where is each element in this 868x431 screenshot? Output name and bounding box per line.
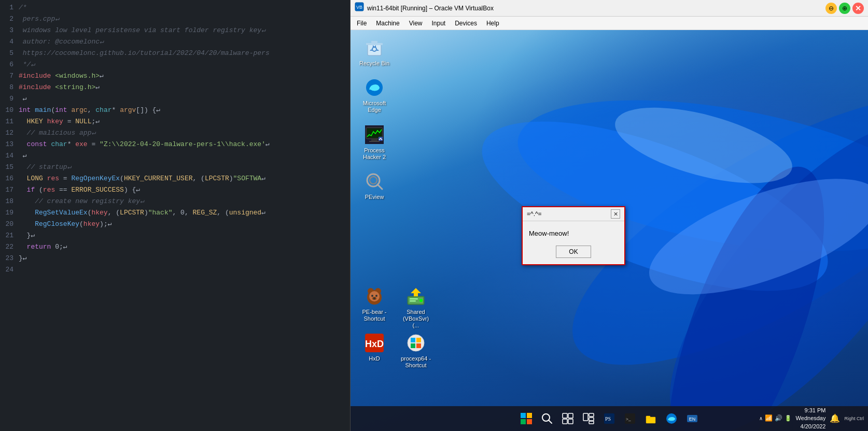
svg-marker-36 xyxy=(411,288,421,296)
win11-taskbar: PS >_ xyxy=(351,406,868,431)
menu-input[interactable]: Input xyxy=(428,19,450,28)
peview-icon[interactable]: PEview xyxy=(356,169,393,203)
pe-bear-icon[interactable]: PE-bear - Shortcut xyxy=(356,284,393,332)
code-line-7: 7 #include <windows.h>↵ xyxy=(0,70,350,82)
procexp64-label: procexp64 - Shortcut xyxy=(399,355,432,369)
svg-rect-44 xyxy=(521,413,526,418)
svg-rect-40 xyxy=(411,338,415,342)
file-explorer-button[interactable] xyxy=(641,409,660,428)
svg-rect-57 xyxy=(589,421,594,424)
svg-text:HxD: HxD xyxy=(365,339,384,349)
svg-rect-55 xyxy=(589,413,594,416)
search-button[interactable] xyxy=(538,409,556,428)
menu-view[interactable]: View xyxy=(405,19,427,28)
svg-rect-47 xyxy=(527,419,532,424)
vbox-icon: VB xyxy=(355,2,364,14)
dialog-ok-button[interactable]: OK xyxy=(556,246,591,258)
close-button[interactable]: ✕ xyxy=(852,3,864,14)
code-line-18: 18 // create new registry key↵ xyxy=(0,196,350,207)
svg-point-33 xyxy=(419,299,423,302)
language-button[interactable]: EN xyxy=(683,409,702,428)
code-line-19: 19 RegSetValueEx(hkey, (LPCSTR)"hack", 0… xyxy=(0,207,350,219)
dialog-title: =^.^= xyxy=(527,210,542,218)
code-line-6: 6 */↵ xyxy=(0,59,350,70)
dialog-close-button[interactable]: ✕ xyxy=(611,209,620,219)
chevron-up-icon[interactable]: ∧ xyxy=(760,415,763,422)
code-line-12: 12 // malicious app↵ xyxy=(0,127,350,139)
menu-machine[interactable]: Machine xyxy=(372,19,403,28)
code-line-9: 9 ↵ xyxy=(0,93,350,105)
dialog-body: Meow-meow! xyxy=(523,221,624,241)
clock-time: 9:31 PM xyxy=(796,407,826,414)
desktop-icons: Recycle Bin Microsoft Edge xyxy=(356,35,393,203)
menu-help[interactable]: Help xyxy=(482,19,503,28)
code-line-3: 3 windows low level persistense via star… xyxy=(0,25,350,36)
widgets-button[interactable] xyxy=(579,409,598,428)
menu-devices[interactable]: Devices xyxy=(451,19,481,28)
code-line-8: 8 #include <string.h>↵ xyxy=(0,82,350,93)
right-ctrl-label: Right Ctrl xyxy=(844,416,864,421)
edge-taskbar-button[interactable] xyxy=(662,409,681,428)
recycle-bin-icon[interactable]: Recycle Bin xyxy=(356,35,393,69)
start-button[interactable] xyxy=(517,409,536,428)
powershell-button[interactable]: PS xyxy=(600,409,619,428)
svg-rect-42 xyxy=(411,343,415,348)
code-line-21: 21 }↵ xyxy=(0,230,350,241)
vbox-menubar: File Machine View Input Devices Help xyxy=(351,17,868,30)
shared-vboxsvr-label: Shared (VBoxSvr) (... xyxy=(399,309,432,329)
code-line-4: 4 author: @cocomelonc↵ xyxy=(0,36,350,48)
svg-text:EN: EN xyxy=(689,416,696,422)
shared-vboxsvr-icon[interactable]: Shared (VBoxSvr) (... xyxy=(397,284,435,332)
network-icon[interactable]: 📶 xyxy=(765,414,773,422)
recycle-bin-label: Recycle Bin xyxy=(359,60,389,67)
code-line-22: 22 return 0;↵ xyxy=(0,241,350,253)
code-line-20: 20 RegCloseKey(hkey);↵ xyxy=(0,219,350,230)
svg-point-28 xyxy=(375,295,377,297)
menu-file[interactable]: File xyxy=(353,19,371,28)
meow-dialog: =^.^= ✕ Meow-meow! OK xyxy=(522,206,625,265)
code-line-2: 2 pers.cpp↵ xyxy=(0,13,350,25)
vbox-titlebar: VB win11-64bit [Running] – Oracle VM Vir… xyxy=(351,0,868,17)
code-line-13: 13 const char* exe = "Z:\\2022-04-20-mal… xyxy=(0,139,350,150)
svg-rect-63 xyxy=(646,416,650,418)
svg-rect-56 xyxy=(589,418,594,421)
code-line-17: 17 if (res == ERROR_SUCCESS) {↵ xyxy=(0,184,350,196)
dialog-buttons: OK xyxy=(523,241,624,264)
edge-icon-desktop[interactable]: Microsoft Edge xyxy=(356,75,393,116)
svg-rect-10 xyxy=(366,43,383,45)
pe-bear-label: PE-bear - Shortcut xyxy=(358,309,391,322)
hxd-icon[interactable]: HxD HxD xyxy=(356,331,393,371)
procexp64-icon[interactable]: procexp64 - Shortcut xyxy=(397,331,435,371)
process-hacker-icon[interactable]: Process Hacker 2 xyxy=(356,122,393,163)
svg-point-30 xyxy=(373,297,375,299)
win11-taskbar-container: PS >_ xyxy=(351,406,868,431)
taskbar-right: ∧ 📶 🔊 🔋 9:31 PM Wednesday 4/20/2022 🔔 Ri… xyxy=(760,407,864,430)
svg-text:VB: VB xyxy=(356,5,362,10)
notification-icon[interactable]: 🔔 xyxy=(830,413,840,424)
svg-rect-53 xyxy=(568,419,573,424)
code-editor: 1 /* 2 pers.cpp↵ 3 windows low level per… xyxy=(0,0,350,431)
code-lines: 1 /* 2 pers.cpp↵ 3 windows low level per… xyxy=(0,0,350,276)
task-view-button[interactable] xyxy=(558,409,577,428)
svg-line-21 xyxy=(377,184,382,189)
svg-rect-34 xyxy=(410,298,418,299)
process-hacker-label: Process Hacker 2 xyxy=(358,147,391,161)
code-line-14: 14 ↵ xyxy=(0,150,350,162)
svg-rect-35 xyxy=(410,300,416,301)
code-line-24: 24 xyxy=(0,264,350,276)
battery-icon[interactable]: 🔋 xyxy=(785,415,792,422)
svg-rect-52 xyxy=(563,419,567,424)
svg-text:PS: PS xyxy=(605,416,611,422)
minimize-button[interactable]: ⊖ xyxy=(825,3,837,14)
terminal-button[interactable]: >_ xyxy=(621,409,639,428)
code-line-16: 16 LONG res = RegOpenKeyEx(HKEY_CURRENT_… xyxy=(0,173,350,184)
code-line-23: 23 }↵ xyxy=(0,253,350,264)
system-tray-icons: ∧ 📶 🔊 🔋 xyxy=(760,414,792,422)
bottom-icons-row2: HxD HxD procexp64 - Shor xyxy=(356,331,435,371)
vbox-window: VB win11-64bit [Running] – Oracle VM Vir… xyxy=(350,0,868,431)
code-line-11: 11 HKEY hkey = NULL;↵ xyxy=(0,116,350,127)
maximize-button[interactable]: ⊕ xyxy=(839,3,850,14)
taskbar-clock[interactable]: 9:31 PM Wednesday 4/20/2022 xyxy=(796,407,826,430)
volume-icon[interactable]: 🔊 xyxy=(775,414,782,422)
vbox-title: win11-64bit [Running] – Oracle VM Virtua… xyxy=(367,5,825,12)
